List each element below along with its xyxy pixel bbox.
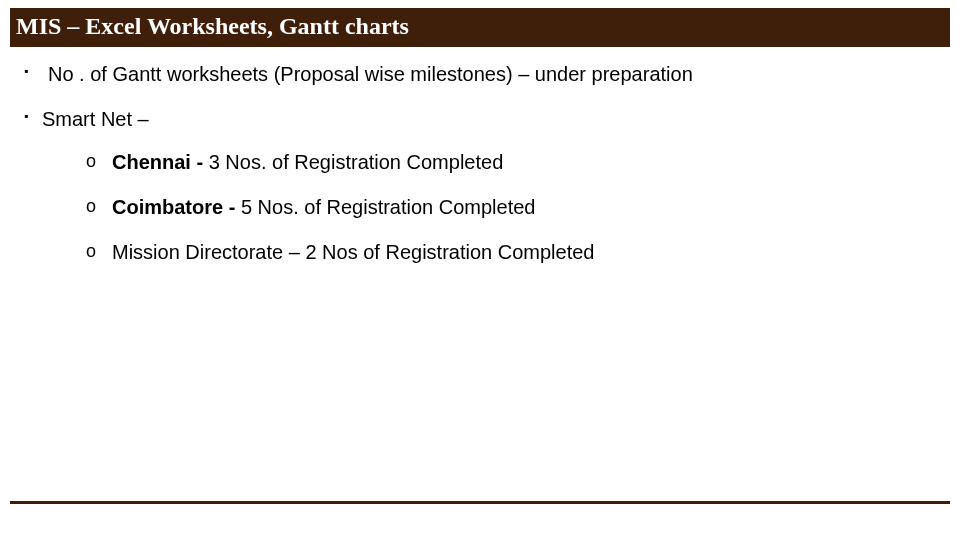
bottom-rule (10, 501, 950, 504)
bullet-item: No . of Gantt worksheets (Proposal wise … (20, 61, 950, 88)
sub-item: Mission Directorate – 2 Nos of Registrat… (86, 239, 950, 266)
slide: MIS – Excel Worksheets, Gantt charts No … (0, 0, 960, 540)
sub-item-rest: 3 Nos. of Registration Completed (203, 151, 503, 173)
sub-item-bold: Coimbatore - (112, 196, 235, 218)
bullet-item: Smart Net – Chennai - 3 Nos. of Registra… (20, 106, 950, 266)
sub-list: Chennai - 3 Nos. of Registration Complet… (42, 149, 950, 266)
content-area: No . of Gantt worksheets (Proposal wise … (10, 47, 950, 266)
title-bar: MIS – Excel Worksheets, Gantt charts (10, 8, 950, 47)
bullet-text: No . of Gantt worksheets (Proposal wise … (48, 63, 693, 85)
sub-item: Chennai - 3 Nos. of Registration Complet… (86, 149, 950, 176)
bullet-text: Smart Net – (42, 108, 149, 130)
bullet-list: No . of Gantt worksheets (Proposal wise … (10, 61, 950, 266)
sub-item-rest: 5 Nos. of Registration Completed (235, 196, 535, 218)
slide-title: MIS – Excel Worksheets, Gantt charts (16, 13, 409, 39)
sub-item: Coimbatore - 5 Nos. of Registration Comp… (86, 194, 950, 221)
sub-item-bold: Chennai - (112, 151, 203, 173)
sub-item-rest: Mission Directorate – 2 Nos of Registrat… (112, 241, 594, 263)
